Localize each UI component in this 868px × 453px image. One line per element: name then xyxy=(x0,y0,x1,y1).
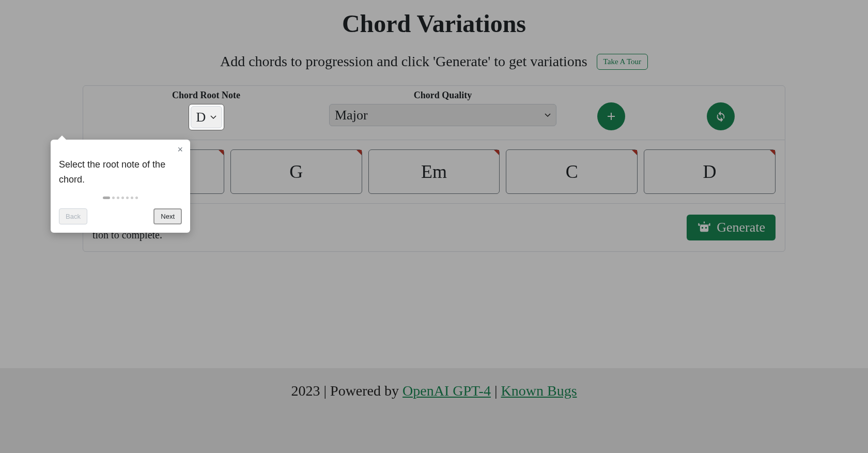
tour-step-dot xyxy=(117,197,119,199)
tour-body-text: Select the root note of the chord. xyxy=(59,157,182,187)
tour-progress-dots xyxy=(59,197,182,199)
tour-step-dot xyxy=(103,197,110,199)
tour-step-dot xyxy=(112,197,115,199)
tour-step-dot xyxy=(121,197,124,199)
close-icon: × xyxy=(177,144,183,155)
tour-step-dot xyxy=(126,197,129,199)
tour-close-button[interactable]: × xyxy=(177,145,183,154)
tour-back-button[interactable]: Back xyxy=(59,208,87,224)
tour-next-button[interactable]: Next xyxy=(153,208,182,224)
tour-step-dot xyxy=(131,197,133,199)
root-note-highlight: D xyxy=(189,104,224,130)
tour-step-dot xyxy=(135,197,138,199)
root-note-select[interactable]: D xyxy=(191,106,222,128)
tour-popover: × Select the root note of the chord. Bac… xyxy=(51,140,190,233)
